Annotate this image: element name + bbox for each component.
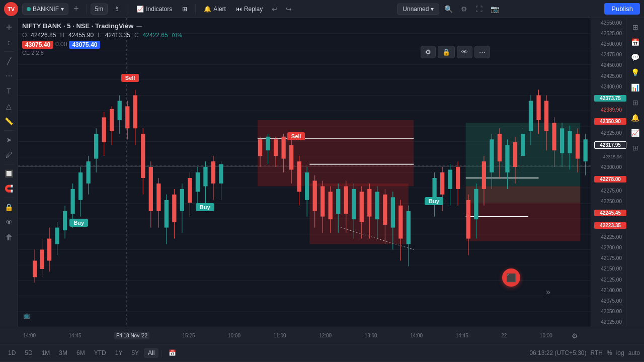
time-1400-1: 14:00	[23, 333, 36, 338]
alerts-button[interactable]: 🔔	[628, 111, 642, 125]
broker-status-dot	[27, 7, 31, 11]
svg-rect-47	[94, 134, 98, 158]
badge-crosshair[interactable]: 42317.95	[594, 141, 626, 149]
trash-tool[interactable]: 🗑	[2, 230, 16, 244]
badge-42223[interactable]: 42223.35	[594, 222, 626, 229]
tf-5y[interactable]: 5Y	[127, 348, 143, 358]
chart-type-button[interactable]: 🕯	[110, 4, 124, 15]
eye-tool[interactable]: 👁	[2, 215, 16, 229]
svg-rect-73	[196, 172, 200, 192]
price-42315: 42315.96	[593, 154, 624, 159]
arrow-tool[interactable]: ➤	[2, 133, 16, 147]
tf-percent[interactable]: %	[607, 349, 612, 356]
line-tool[interactable]: ╱	[2, 54, 16, 68]
search-button[interactable]: 🔍	[441, 3, 456, 15]
price-42525: 42525.00	[593, 31, 624, 36]
magnet-tool[interactable]: 🧲	[2, 182, 16, 196]
tf-calendar[interactable]: 📅	[165, 348, 180, 358]
replay-button[interactable]: ⏮ Replay	[232, 4, 267, 15]
tf-1y[interactable]: 1Y	[111, 348, 127, 358]
svg-rect-137	[498, 134, 502, 161]
tf-ytd[interactable]: YTD	[90, 348, 110, 358]
svg-rect-155	[568, 131, 572, 153]
unnamed-button[interactable]: Unnamed ▾	[397, 4, 439, 15]
tf-auto[interactable]: auto	[628, 349, 640, 356]
broker-button[interactable]: BANKNIF ▾	[22, 4, 68, 15]
strategy-button[interactable]: 📈	[628, 126, 642, 140]
tf-rth[interactable]: RTH	[591, 349, 603, 356]
measurement-tool[interactable]: 📏	[2, 114, 16, 128]
templates-icon: ⊞	[182, 6, 187, 13]
float-eye[interactable]: 👁	[457, 46, 472, 58]
svg-rect-63	[156, 184, 160, 211]
calendar-button[interactable]: 📅	[628, 35, 642, 49]
timeframe-button[interactable]: 5m	[91, 4, 108, 15]
price-42050: 42050.00	[593, 309, 624, 314]
svg-rect-59	[141, 134, 145, 178]
left-sep-1	[4, 51, 14, 52]
tf-all[interactable]: All	[144, 348, 158, 358]
chart-header: NIFTY BANK · 5 · NSE · TradingView — O 4…	[22, 22, 182, 56]
badge-42245[interactable]: 42245.45	[594, 210, 626, 216]
svg-rect-115	[391, 197, 395, 227]
badge-42373[interactable]: 42373.75	[594, 95, 626, 102]
tf-1d[interactable]: 1D	[4, 348, 20, 358]
publish-button[interactable]: Publish	[604, 3, 640, 15]
redo-button[interactable]: ↪	[283, 3, 295, 15]
float-settings[interactable]: ⚙	[421, 46, 436, 58]
screener-button[interactable]: 📊	[628, 80, 642, 95]
depth-button[interactable]: ⊞	[628, 96, 642, 110]
lock-tool[interactable]: 🔒	[2, 200, 16, 214]
brush-tool[interactable]: 🖊	[2, 148, 16, 162]
time-1100: 11:00	[274, 333, 286, 338]
cursor-tool[interactable]: ↕	[2, 35, 16, 49]
templates-button[interactable]: ⊞	[178, 4, 191, 15]
ideas-button[interactable]: 💡	[628, 65, 642, 79]
price-42425: 42425.00	[593, 73, 624, 79]
float-more[interactable]: ⋯	[474, 46, 490, 58]
crosshair-tool[interactable]: ✛	[2, 20, 16, 34]
alert-button[interactable]: 🔔 Alert	[200, 4, 230, 15]
time-settings-icon[interactable]: ⚙	[572, 332, 578, 340]
price-42025: 42025.00	[593, 319, 624, 325]
svg-rect-117	[398, 206, 403, 239]
left-toolbar: ✛ ↕ ╱ ⋯ T △ 📏 ➤ 🖊 🔲 🧲 🔒 👁 🗑	[0, 18, 18, 327]
signal-sell-1: Sell	[121, 74, 139, 82]
timeframe-bar: 1D 5D 1M 3M 6M YTD 1Y 5Y All | 📅 06:13:2…	[0, 344, 644, 361]
screenshot-button[interactable]: 📷	[488, 3, 502, 15]
tf-6m[interactable]: 6M	[72, 348, 89, 358]
float-lock[interactable]: 🔒	[438, 46, 455, 58]
settings-button[interactable]: ⚙	[458, 3, 470, 15]
fullscreen-button[interactable]: ⛶	[472, 3, 486, 15]
add-button[interactable]: +	[70, 2, 82, 16]
price-42350: 42325.00	[593, 130, 624, 136]
tf-5d[interactable]: 5D	[21, 348, 36, 358]
fib-tool[interactable]: ⋯	[2, 69, 16, 83]
alert-icon: 🔔	[204, 6, 211, 13]
chat-button[interactable]: 💬	[628, 50, 642, 64]
badge-42350[interactable]: 42350.90	[594, 118, 626, 125]
shape-tool[interactable]: △	[2, 99, 16, 113]
price-42300: 42300.00	[593, 164, 624, 170]
zoom-tool[interactable]: 🔲	[2, 166, 16, 180]
time-axis: 14:00 14:45 Fri 18 Nov '22 15:25 10:00 1…	[0, 327, 644, 344]
badge-42278[interactable]: 42278.00	[594, 176, 626, 183]
tf-log[interactable]: log	[616, 349, 624, 356]
indicators-button[interactable]: 📈 Indicators	[132, 4, 176, 15]
tf-3m[interactable]: 3M	[55, 348, 71, 358]
svg-rect-143	[521, 134, 525, 156]
svg-rect-89	[289, 145, 293, 169]
time-1445-2: 14:45	[456, 333, 468, 338]
price-42125: 42125.00	[593, 277, 624, 283]
chart-area[interactable]: NIFTY BANK · 5 · NSE · TradingView — O 4…	[18, 18, 591, 327]
tf-1m[interactable]: 1M	[38, 348, 54, 358]
text-tool[interactable]: T	[2, 84, 16, 98]
tf-right: 06:13:22 (UTC+5:30) RTH % log auto	[529, 349, 640, 356]
sep-2	[128, 4, 128, 14]
svg-rect-135	[490, 139, 494, 172]
more-button[interactable]: ⊞	[628, 141, 642, 155]
watchlist-button[interactable]: ⊞	[628, 20, 642, 34]
ce-label: CE 2 2.8	[22, 50, 182, 56]
recording-dot[interactable]: ⬛	[502, 268, 520, 287]
undo-button[interactable]: ↩	[269, 3, 281, 15]
